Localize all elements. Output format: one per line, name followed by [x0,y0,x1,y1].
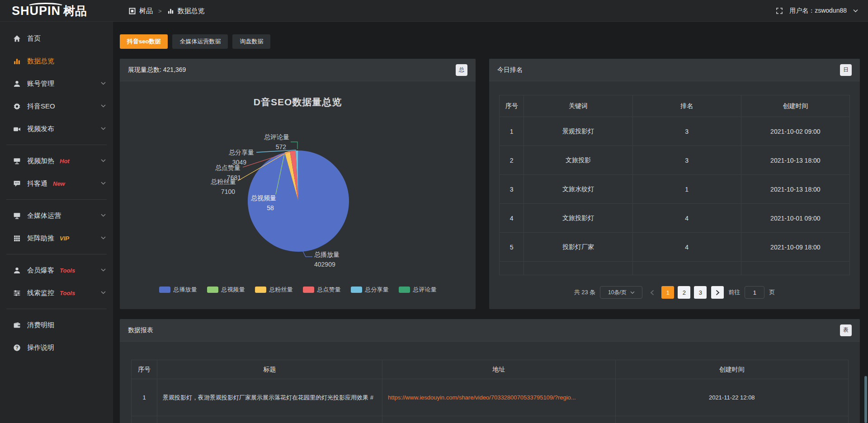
rank-cell: 5 [500,233,524,262]
sidebar-item-account[interactable]: 账号管理 [0,72,113,95]
report-cell [132,416,157,423]
rank-column-header: 排名 [632,95,741,117]
video-url-link[interactable]: https://www.iesdouyin.com/share/video/70… [388,394,576,401]
sidebar-item-video-publish[interactable]: 视频发布 [0,118,113,140]
sidebar-item-badge: Hot [60,158,70,164]
chevron-down-icon [101,103,106,108]
chevron-down-icon [101,213,106,218]
sidebar-item-data-overview[interactable]: 数据总览 [0,50,113,72]
tab-inquiry-data[interactable]: 询盘数据 [232,34,270,49]
legend-label: 总评论量 [413,286,437,294]
tab-douyin-seo-data[interactable]: 抖音seo数据 [120,34,168,49]
breadcrumb-root[interactable]: 树品 [139,7,153,15]
legend-item-总播放量[interactable]: 总播放量 [159,286,197,294]
rank-table-row-empty [500,262,850,275]
rank-cell [524,262,632,275]
rank-cell: 2021-10-13 18:00 [741,175,849,204]
pie-label: 7100 [221,188,235,195]
clapper-icon [13,125,21,133]
legend-item-总视频量[interactable]: 总视频量 [207,286,245,294]
goto-page-input[interactable]: 1 [745,286,764,299]
chart-title: D音SEO数据量总览 [120,96,476,108]
legend-item-总分享量[interactable]: 总分享量 [351,286,389,294]
legend-item-总粉丝量[interactable]: 总粉丝量 [255,286,293,294]
app-square-icon [129,8,136,14]
total-view-button[interactable]: 总 [456,64,467,76]
report-cell [157,416,382,423]
chevron-right-icon [716,290,720,296]
page-button-2[interactable]: 2 [678,286,690,299]
sidebar-item-douyin-seo[interactable]: 抖音SEO [0,95,113,118]
sidebar-item-help[interactable]: ?操作说明 [0,336,113,359]
pie-label: 58 [267,204,274,212]
report-cell [382,416,615,423]
rank-cell: 3 [632,146,741,175]
goto-label: 前往 [728,288,740,296]
chevron-down-icon[interactable] [853,9,858,13]
rank-cell: 4 [632,204,741,233]
sidebar-item-consume[interactable]: 消费明细 [0,314,113,336]
legend-label: 总粉丝量 [269,286,293,294]
pie-label: 572 [276,143,287,150]
legend-item-总评论量[interactable]: 总评论量 [399,286,437,294]
screen-icon [13,157,21,165]
next-page-button[interactable] [711,286,724,299]
report-cell [615,416,848,423]
sidebar-item-douketong[interactable]: 抖客通New [0,172,113,195]
daily-view-button[interactable]: 日 [840,64,852,76]
sidebar-item-member[interactable]: 会员爆客Tools [0,259,113,282]
legend-item-总点赞量[interactable]: 总点赞量 [303,286,341,294]
grid-icon [13,234,21,242]
question-icon: ? [13,343,21,352]
report-table-row: 1景观投影灯，夜游景观投影灯厂家展示展示落花灯在花园里的灯光投影应用效果 #ht… [132,379,849,416]
pie-label: 7681 [227,174,241,181]
legend-swatch [303,287,314,293]
username[interactable]: 用户名：zswodun88 [789,7,847,15]
rank-cell [632,262,741,275]
page-size-select[interactable]: 10条/页 [600,286,642,299]
sidebar-item-clue-monitor[interactable]: 线索监控Tools [0,282,113,304]
seo-chart-panel: 展现量总数: 421,369 总 总播放量402909总视频量58总粉丝量710… [120,59,476,309]
pie-label: 总评论量 [264,133,289,141]
rank-cell: 2021-10-01 09:00 [741,204,849,233]
sidebar-item-matrix-boost[interactable]: 矩阵助推VIP [0,227,113,249]
rank-cell: 2021-10-02 09:00 [741,117,849,146]
rank-table-row: 1景观投影灯32021-10-02 09:00 [500,117,850,146]
data-tabs: 抖音seo数据全媒体运营数据询盘数据 [120,34,270,49]
legend-label: 总视频量 [222,286,245,294]
rank-cell: 文旅投影灯 [524,204,632,233]
sidebar-item-video-heat[interactable]: 视频加热Hot [0,150,113,172]
report-table: 序号标题地址创建时间1景观投影灯，夜游景观投影灯厂家展示展示落花灯在花园里的灯光… [131,360,849,423]
sidebar-divider [6,254,107,254]
bubble-icon [13,179,21,188]
page-buttons: 123 [661,286,707,299]
sidebar-item-label: 消费明细 [27,321,54,329]
chevron-down-icon [101,126,106,131]
sidebar-item-media-ops[interactable]: 全媒体运营 [0,204,113,227]
pie-label: 总播放量 [314,251,340,258]
rank-panel-title: 今日排名 [497,66,523,74]
user-icon [13,266,21,274]
sidebar-item-label: 全媒体运营 [27,212,61,220]
report-panel-title: 数据报表 [128,326,153,334]
prev-page-button[interactable] [647,290,657,296]
sliders-icon [13,289,21,297]
scrollbar-thumb[interactable] [864,376,867,423]
fullscreen-icon[interactable] [776,7,783,14]
page-button-3[interactable]: 3 [694,286,707,299]
topbar: SHUPIN树品 树品 > 数据总览 用户名：zswodun88 [0,0,868,22]
table-view-button[interactable]: 表 [840,324,852,336]
rank-column-header: 创建时间 [741,95,849,117]
sidebar-item-home[interactable]: 首页 [0,27,113,50]
sidebar-item-label: 会员爆客 [27,266,54,275]
rank-cell: 2021-10-13 18:00 [741,146,849,175]
sidebar-item-label: 矩阵助推 [27,234,54,243]
rank-cell: 投影灯厂家 [524,233,632,262]
logo-arc [27,3,64,10]
page-button-1[interactable]: 1 [661,286,674,299]
sidebar: 首页数据总览账号管理抖音SEO视频发布视频加热Hot抖客通New全媒体运营矩阵助… [0,22,113,423]
tab-media-ops-data[interactable]: 全媒体运营数据 [172,34,228,49]
gear-icon [13,102,21,110]
report-column-header: 创建时间 [615,360,848,379]
legend-label: 总点赞量 [317,286,341,294]
